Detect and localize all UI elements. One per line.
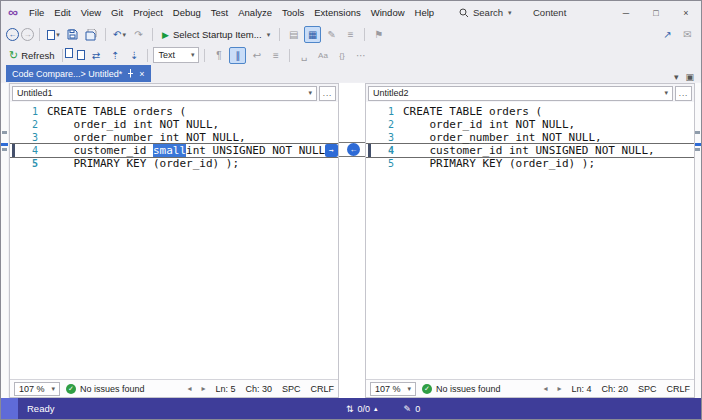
swap-sides-button[interactable]: ⇄ — [87, 47, 104, 64]
menu-analyze[interactable]: Analyze — [233, 1, 277, 24]
live-share-button[interactable]: ↗ — [659, 26, 676, 43]
pin-icon[interactable] — [127, 69, 134, 78]
eol-indicator[interactable]: CRLF — [666, 384, 690, 394]
word-wrap-button[interactable]: ↩ — [248, 47, 265, 64]
edit-button[interactable]: ✎ — [323, 26, 340, 43]
diff-counter[interactable]: ⇅ 0/0 ▴ — [346, 404, 378, 414]
diff-mark[interactable] — [695, 148, 700, 151]
content-label[interactable]: Content — [533, 4, 566, 21]
left-overview-ruler[interactable] — [1, 83, 8, 398]
code-line[interactable]: 5 PRIMARY KEY (order_id) ); — [366, 157, 694, 170]
ignore-whitespace-button[interactable]: ␣ — [295, 47, 312, 64]
code-line[interactable]: 5 PRIMARY KEY (order_id) ); — [10, 157, 338, 170]
minimize-button[interactable]: ─ — [611, 1, 641, 24]
code-line[interactable]: 3 order_number int NOT NULL, — [10, 131, 338, 144]
space-mode-indicator[interactable]: SPC — [638, 384, 657, 394]
menu-extensions[interactable]: Extensions — [309, 1, 365, 24]
menu-window[interactable]: Window — [366, 1, 410, 24]
code-line[interactable]: 1 CREATE TABLE orders ( — [10, 105, 338, 118]
background-tasks-indicator[interactable] — [1, 398, 18, 419]
left-issues-indicator[interactable]: ✓ No issues found — [66, 384, 145, 394]
left-zoom-dropdown[interactable]: 107 % ▾ — [14, 382, 60, 396]
right-editor[interactable]: 1 CREATE TABLE orders ( 2 order_id int N… — [366, 102, 694, 379]
menu-file[interactable]: File — [24, 1, 49, 24]
right-issues-indicator[interactable]: ✓ No issues found — [422, 384, 501, 394]
start-debug-button[interactable]: ▶ Select Startup Item... ▾ — [158, 26, 274, 43]
scroll-left-icon[interactable]: ◂ — [187, 384, 191, 393]
right-overview-ruler[interactable] — [694, 83, 701, 398]
code-text[interactable]: CREATE TABLE orders ( — [403, 105, 694, 118]
code-line[interactable]: 2 order_id int NOT NULL, — [366, 118, 694, 131]
menu-test[interactable]: Test — [206, 1, 233, 24]
menu-debug[interactable]: Debug — [168, 1, 206, 24]
tab-close-icon[interactable]: × — [139, 69, 144, 79]
menu-help[interactable]: Help — [410, 1, 440, 24]
compare-mode-dropdown[interactable]: Text ▾ — [153, 47, 199, 63]
diff-mark[interactable] — [2, 148, 7, 151]
maximize-button[interactable]: □ — [641, 1, 671, 24]
scroll-left-icon[interactable]: ◂ — [543, 384, 547, 393]
save-all-button[interactable] — [83, 26, 100, 43]
redo-button[interactable]: ↷ — [130, 26, 147, 43]
code-text[interactable]: PRIMARY KEY (order_id) ); — [403, 157, 694, 170]
code-line[interactable]: 1 CREATE TABLE orders ( — [366, 105, 694, 118]
code-text[interactable]: PRIMARY KEY (order_id) ); — [47, 157, 338, 170]
menu-tools[interactable]: Tools — [277, 1, 309, 24]
close-button[interactable]: × — [671, 1, 701, 24]
copy-to-left-button[interactable]: ← — [347, 143, 360, 156]
menu-view[interactable]: View — [76, 1, 106, 24]
bookmark-button[interactable]: ⚑ — [370, 26, 387, 43]
code-line-diff[interactable]: 4 customer_id smallint UNSIGNED NOT NULL… — [10, 143, 338, 158]
code-line-diff[interactable]: 4 customer_id int UNSIGNED NOT NULL, — [366, 143, 694, 158]
highlight-changes-button[interactable]: ∥ — [229, 47, 246, 64]
list-button[interactable]: ≡ — [342, 26, 359, 43]
space-mode-indicator[interactable]: SPC — [282, 384, 301, 394]
code-text[interactable]: order_number int NOT NULL, — [403, 131, 694, 144]
left-browse-button[interactable]: ... — [319, 86, 336, 101]
new-file-button[interactable]: ▾ — [45, 26, 62, 43]
left-editor[interactable]: 1 CREATE TABLE orders ( 2 order_id int N… — [10, 102, 338, 379]
code-text[interactable]: customer_id int UNSIGNED NOT NULL, — [403, 144, 694, 157]
previous-difference-button[interactable]: ⇡ — [106, 47, 123, 64]
current-diff-mark[interactable] — [1, 143, 8, 146]
code-text[interactable]: order_id int NOT NULL, — [47, 118, 338, 131]
ignore-case-button[interactable]: Aa — [314, 47, 331, 64]
float-window-icon[interactable]: ▣ — [685, 72, 694, 82]
nav-back-button[interactable]: ← — [6, 28, 19, 41]
current-diff-mark[interactable] — [694, 143, 701, 146]
preview-changes-button[interactable]: ▦ — [304, 26, 321, 43]
left-file-selector[interactable]: Untitled1 ▾ — [12, 86, 317, 101]
right-zoom-dropdown[interactable]: 107 % ▾ — [370, 382, 416, 396]
feedback-button[interactable]: ✉ — [679, 26, 696, 43]
right-file-selector[interactable]: Untitled2 ▾ — [368, 86, 673, 101]
diff-mark[interactable] — [2, 131, 7, 134]
collapse-icon[interactable]: ▴ — [374, 405, 378, 413]
undo-button[interactable]: ↶▾ — [111, 26, 128, 43]
menu-edit[interactable]: Edit — [49, 1, 75, 24]
compare-docs-button[interactable] — [68, 47, 85, 64]
line-numbers-button[interactable]: ≡ — [267, 47, 284, 64]
refresh-button[interactable]: ↻ Refresh — [6, 47, 57, 64]
scroll-right-icon[interactable]: ▸ — [201, 384, 205, 393]
edit-counter[interactable]: ✎ 0 — [404, 404, 421, 414]
save-button[interactable] — [64, 26, 81, 43]
code-text[interactable]: CREATE TABLE orders ( — [47, 105, 338, 118]
more-options-button[interactable]: ⋯ — [352, 47, 369, 64]
structure-compare-button[interactable]: {} — [333, 47, 350, 64]
menu-project[interactable]: Project — [128, 1, 168, 24]
next-difference-button[interactable]: ⇣ — [125, 47, 142, 64]
eol-indicator[interactable]: CRLF — [310, 384, 334, 394]
menu-git[interactable]: Git — [106, 1, 128, 24]
show-whitespace-button[interactable]: ¶ — [210, 47, 227, 64]
search-box[interactable]: Search ▾ — [453, 4, 518, 21]
code-text[interactable]: order_number int NOT NULL, — [47, 131, 338, 144]
nav-forward-button[interactable]: → — [21, 28, 34, 41]
code-line[interactable]: 2 order_id int NOT NULL, — [10, 118, 338, 131]
right-browse-button[interactable]: ... — [675, 86, 692, 101]
code-line[interactable]: 3 order_number int NOT NULL, — [366, 131, 694, 144]
layout-grid-button[interactable]: ▤ — [285, 26, 302, 43]
code-text[interactable]: order_id int NOT NULL, — [403, 118, 694, 131]
scroll-right-icon[interactable]: ▸ — [557, 384, 561, 393]
chevron-down-icon[interactable]: ▾ — [674, 72, 679, 82]
copy-to-right-button[interactable]: → — [325, 144, 338, 157]
